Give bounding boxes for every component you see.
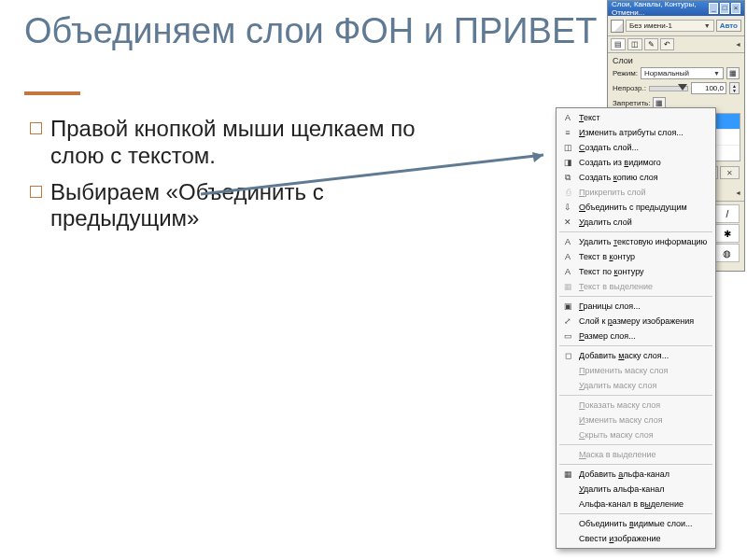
menu-item-icon: ▦ — [562, 469, 573, 480]
menu-item[interactable]: ≡Изменить атрибуты слоя... — [557, 125, 715, 140]
brush-swatch[interactable]: ✱ — [715, 224, 740, 243]
opacity-value[interactable]: 100,0 — [691, 82, 726, 94]
layers-label: Слои — [608, 53, 744, 66]
menu-item-icon — [562, 380, 573, 391]
menu-item[interactable]: ◫Создать слой... — [557, 140, 715, 155]
tab-menu-icon[interactable]: ◄ — [735, 189, 741, 196]
layer-context-menu: AТекст≡Изменить атрибуты слоя...◫Создать… — [556, 107, 716, 549]
menu-item-icon — [562, 414, 573, 426]
menu-item-icon: ◨ — [562, 157, 573, 168]
menu-item: ▦Текст в выделение — [557, 279, 715, 294]
tab-channels[interactable]: ◫ — [627, 38, 642, 50]
menu-item[interactable]: AТекст по контуру — [557, 264, 715, 279]
menu-item-label: Размер слоя... — [579, 331, 710, 341]
mode-value: Нормальный — [644, 69, 689, 77]
image-name: Без имени-1 — [629, 21, 672, 30]
menu-item: Изменить маску слоя — [557, 413, 715, 427]
menu-item-label: Скрыть маску слоя — [579, 430, 710, 440]
menu-item-label: Добавить маску слоя... — [579, 351, 710, 360]
menu-item-icon: A — [562, 251, 573, 262]
keep-transparency-button[interactable]: ▦ — [726, 67, 740, 79]
menu-item-label: Удалить альфа-канал — [579, 484, 710, 494]
menu-item-label: Объединить с предыдущим — [579, 203, 710, 212]
menu-item[interactable]: Удалить альфа-канал — [557, 482, 715, 497]
menu-item-icon: ▦ — [562, 281, 573, 292]
menu-item-icon: ⎙ — [562, 187, 573, 198]
dropdown-icon: ▼ — [713, 70, 720, 77]
menu-item-label: Создать из видимого — [579, 158, 710, 167]
menu-item-label: Добавить альфа-канал — [579, 469, 710, 479]
menu-item-label: Текст в контур — [579, 252, 710, 261]
opacity-label: Непрозр.: — [613, 84, 646, 92]
maximize-button[interactable]: □ — [720, 3, 729, 14]
minimize-button[interactable]: _ — [709, 3, 718, 14]
menu-item[interactable]: ⇩Объединить с предыдущим — [557, 200, 715, 215]
menu-item-label: Применить маску слоя — [579, 366, 710, 375]
mode-select[interactable]: Нормальный ▼ — [641, 67, 724, 79]
menu-item-label: Удалить текстовую информацию — [579, 237, 710, 246]
menu-item-label: Изменить маску слоя — [579, 415, 710, 425]
opacity-spinner[interactable]: ▲▼ — [729, 82, 740, 94]
menu-item-label: Текст — [579, 113, 710, 122]
menu-item: Скрыть маску слоя — [557, 427, 715, 442]
menu-item[interactable]: Свести изображение — [557, 531, 715, 546]
menu-item[interactable]: Альфа-канал в выделение — [557, 497, 715, 511]
menu-item[interactable]: Объединить видимые слои... — [557, 516, 715, 531]
image-selector-row: Без имени-1 ▼ Авто — [608, 16, 744, 36]
menu-separator — [559, 231, 712, 232]
menu-item: Удалить маску слоя — [557, 378, 715, 393]
bullet-list: Правой кнопкой мыши щелкаем по слою с те… — [30, 112, 422, 242]
auto-button[interactable]: Авто — [716, 20, 741, 32]
lock-label: Запретить: — [613, 99, 650, 107]
menu-item[interactable]: ▭Размер слоя... — [557, 329, 715, 343]
menu-separator — [559, 464, 712, 465]
menu-item-icon: ◻ — [562, 350, 573, 361]
close-button[interactable]: × — [731, 3, 740, 14]
tab-paths[interactable]: ✎ — [644, 38, 658, 50]
menu-item-label: Текст в выделение — [579, 282, 710, 291]
menu-item[interactable]: AУдалить текстовую информацию — [557, 234, 715, 249]
svg-marker-1 — [532, 152, 543, 162]
menu-item[interactable]: ◨Создать из видимого — [557, 155, 715, 170]
menu-item[interactable]: ▦Добавить альфа-канал — [557, 467, 715, 482]
menu-item-label: Изменить атрибуты слоя... — [579, 128, 710, 137]
menu-item[interactable]: ⧉Создать копию слоя — [557, 170, 715, 185]
menu-item-icon: ▭ — [562, 330, 573, 342]
tab-menu-icon[interactable]: ◄ — [735, 41, 741, 48]
menu-item-label: Удалить маску слоя — [579, 381, 710, 390]
menu-item-icon: A — [562, 266, 573, 277]
menu-item[interactable]: ▣Границы слоя... — [557, 299, 715, 314]
tab-layers[interactable]: ▤ — [611, 38, 626, 50]
delete-layer-button[interactable]: ✕ — [720, 166, 740, 179]
image-thumb[interactable] — [611, 20, 624, 33]
menu-item-icon — [562, 429, 573, 441]
menu-item-icon: ⇩ — [562, 202, 573, 213]
menu-item-icon — [562, 449, 573, 460]
menu-item[interactable]: AТекст — [557, 110, 715, 125]
bullet-item: Выбираем «Объединить с предыдущим» — [30, 179, 422, 233]
menu-item-icon: ◫ — [562, 142, 573, 153]
menu-item-icon — [562, 498, 573, 510]
brush-swatch[interactable]: / — [715, 204, 740, 223]
menu-item-icon: ⧉ — [562, 172, 573, 183]
menu-item[interactable]: ⤢Слой к размеру изображения — [557, 314, 715, 329]
opacity-slider[interactable] — [649, 86, 688, 91]
menu-item: Применить маску слоя — [557, 363, 715, 378]
menu-item[interactable]: AТекст в контур — [557, 249, 715, 264]
brush-swatch[interactable]: ◍ — [715, 244, 740, 262]
menu-separator — [559, 513, 712, 514]
menu-item-label: Границы слоя... — [579, 301, 710, 311]
tab-undo[interactable]: ↶ — [660, 38, 674, 50]
menu-item-icon: ▣ — [562, 301, 573, 312]
menu-item-label: Создать копию слоя — [579, 173, 710, 182]
menu-item[interactable]: ◻Добавить маску слоя... — [557, 348, 715, 363]
menu-separator — [559, 345, 712, 346]
dock-titlebar[interactable]: Слои, Каналы, Контуры, Отмени... _ □ × — [608, 1, 744, 16]
dock-tabs: ▤ ◫ ✎ ↶ ◄ — [608, 36, 744, 53]
image-select[interactable]: Без имени-1 ▼ — [626, 20, 714, 32]
menu-item-label: Объединить видимые слои... — [579, 519, 710, 528]
menu-item: Показать маску слоя — [557, 398, 715, 413]
menu-item[interactable]: ✕Удалить слой — [557, 215, 715, 230]
menu-item-label: Прикрепить слой — [579, 188, 710, 197]
menu-item-label: Маска в выделение — [579, 450, 710, 459]
